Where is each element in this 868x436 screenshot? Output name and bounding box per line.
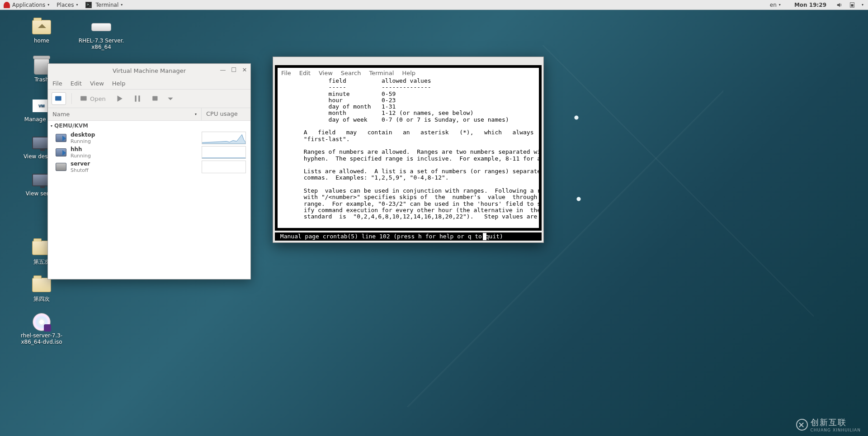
pause-button[interactable] [130, 92, 145, 105]
vm-row[interactable]: serverShutoff [48, 160, 250, 174]
vm-shutoff-icon [56, 163, 66, 171]
minimize-button[interactable]: — [220, 66, 226, 73]
menu-edit[interactable]: Edit [299, 70, 311, 76]
col-cpu[interactable]: CPU usage [202, 108, 242, 120]
terminal-taskbar-item[interactable]: Terminal ▾ [82, 0, 127, 10]
open-label: Open [90, 95, 106, 102]
vmm-titlebar[interactable]: Virtual Machine Manager — ☐ ✕ [48, 64, 250, 77]
open-vm-button[interactable]: Open [77, 92, 108, 105]
col-name-label: Name [52, 111, 70, 118]
menu-search[interactable]: Search [341, 70, 361, 76]
cpu-sparkline [202, 161, 246, 173]
shutdown-button[interactable] [148, 92, 163, 105]
svg-rect-5 [138, 95, 140, 102]
distro-hat-icon [4, 2, 10, 8]
watermark-sub: CHUANG XINHUILIAN [811, 428, 861, 432]
menu-terminal[interactable]: Terminal [369, 70, 394, 76]
volume-icon[interactable] [836, 2, 843, 8]
chevron-down-icon: ▾ [779, 3, 781, 7]
watermark-icon: ✕ [796, 419, 808, 431]
iso-icon[interactable]: rhel-server-7.3- x86_64-dvd.iso [14, 313, 69, 345]
menu-help[interactable]: Help [402, 70, 415, 76]
vm-name: hhh [71, 146, 202, 152]
terminal-icon [85, 2, 92, 8]
col-name[interactable]: Name ▾ [48, 108, 202, 120]
svg-rect-3 [80, 96, 87, 100]
home-icon[interactable]: home [14, 18, 69, 44]
terminal-screen[interactable]: field allowed values ----- -------------… [278, 78, 539, 228]
connection-label: QEMU/KVM [54, 123, 88, 129]
vm-row[interactable]: hhhRunning [48, 145, 250, 160]
terminal-task-label: Terminal [96, 2, 119, 8]
menu-file[interactable]: File [52, 80, 62, 87]
vm-name: desktop [71, 132, 202, 138]
connection-row[interactable]: ▾ QEMU/KVM [48, 121, 250, 131]
watermark-text: 创新互联 [811, 417, 861, 428]
applications-label: Applications [12, 2, 45, 8]
icon-label: Trash [34, 76, 49, 83]
vm-row[interactable]: desktopRunning [48, 131, 250, 145]
terminal-status: Manual page crontab(5) line 102 (press h… [275, 232, 542, 241]
col-cpu-label: CPU usage [206, 110, 238, 117]
run-button[interactable] [112, 92, 127, 105]
battery-icon[interactable] [849, 2, 855, 8]
folder-4-icon[interactable]: 第四次 [14, 276, 69, 303]
cpu-sparkline [202, 146, 246, 159]
lang-label: en [770, 2, 777, 8]
cpu-sparkline [202, 132, 246, 144]
terminal-titlebar[interactable] [273, 57, 543, 65]
vm-list[interactable]: ▾ QEMU/KVM desktopRunning hhhRunning ser… [48, 121, 250, 279]
expand-icon: ▾ [51, 124, 52, 128]
svg-rect-6 [152, 96, 157, 100]
vmm-columns: Name ▾ CPU usage [48, 108, 250, 121]
vmm-menubar: File Edit View Help [48, 77, 250, 89]
vm-running-icon [56, 134, 66, 142]
datetime-label: Mon 19:29 [794, 2, 826, 8]
vmm-window: Virtual Machine Manager — ☐ ✕ File Edit … [47, 63, 251, 280]
menu-view[interactable]: View [319, 70, 333, 76]
terminal-window: File Edit View Search Terminal Help fiel… [273, 57, 544, 243]
icon-label: RHEL-7.3 Server. x86_64 [79, 38, 124, 50]
applications-menu[interactable]: Applications ▾ [0, 0, 53, 10]
svg-rect-4 [135, 95, 136, 102]
vm-status: Running [71, 138, 202, 144]
chevron-down-icon[interactable]: ▾ [862, 3, 863, 7]
chevron-down-icon: ▾ [195, 112, 197, 116]
menu-file[interactable]: File [281, 70, 291, 76]
icon-label: 第四次 [33, 295, 50, 303]
chevron-down-icon: ▾ [47, 3, 49, 7]
vmm-toolbar: Open [48, 89, 250, 108]
menu-edit[interactable]: Edit [71, 80, 82, 87]
maximize-button[interactable]: ☐ [231, 66, 237, 73]
icon-label: rhel-server-7.3- x86_64-dvd.iso [21, 332, 62, 345]
vm-name: server [71, 161, 202, 167]
watermark: ✕ 创新互联 CHUANG XINHUILIAN [796, 417, 861, 432]
menu-help[interactable]: Help [112, 80, 126, 87]
vm-status: Running [71, 153, 202, 159]
terminal-menubar: File Edit View Search Terminal Help [278, 68, 539, 78]
svg-rect-2 [55, 96, 61, 100]
chevron-down-icon: ▾ [76, 3, 78, 7]
drive-icon[interactable]: RHEL-7.3 Server. x86_64 [74, 18, 128, 50]
chevron-down-icon: ▾ [121, 3, 123, 7]
vm-running-icon [56, 148, 66, 156]
places-menu[interactable]: Places ▾ [53, 0, 81, 10]
keyboard-indicator[interactable]: en ▾ [766, 0, 784, 10]
clock[interactable]: Mon 19:29 [791, 0, 830, 10]
vmm-title: Virtual Machine Manager [113, 67, 186, 74]
new-vm-button[interactable] [52, 92, 66, 105]
svg-rect-1 [851, 4, 853, 6]
close-button[interactable]: ✕ [241, 66, 248, 73]
vm-status: Shutoff [71, 167, 202, 173]
icon-label: home [34, 38, 49, 44]
shutdown-menu-button[interactable] [166, 92, 175, 105]
places-label: Places [57, 2, 74, 8]
menu-view[interactable]: View [90, 80, 104, 87]
top-panel: Applications ▾ Places ▾ Terminal ▾ en ▾ … [0, 0, 868, 10]
